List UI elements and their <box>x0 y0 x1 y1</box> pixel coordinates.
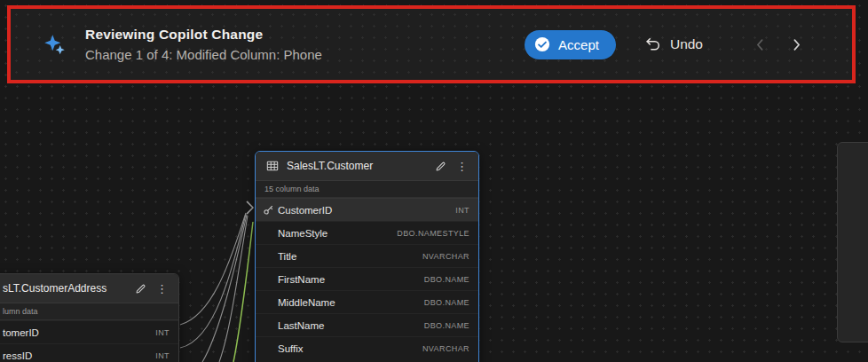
banner-subtitle: Change 1 of 4: Modified Column: Phone <box>85 47 322 62</box>
table-rows: tomerIDINTressIDINT <box>0 320 178 362</box>
pencil-icon <box>435 161 446 172</box>
next-change-button[interactable] <box>787 35 806 54</box>
column-name: NameStyle <box>278 228 397 239</box>
column-name: FirstName <box>278 274 424 285</box>
column-name: Suffix <box>278 343 422 354</box>
column-row[interactable]: tomerIDINT <box>0 320 178 343</box>
column-name: CustomerID <box>278 205 455 216</box>
column-type: NVARCHAR <box>422 344 470 353</box>
diagram-canvas[interactable]: Reviewing Copilot Change Change 1 of 4: … <box>0 0 868 362</box>
column-name: LastName <box>278 320 424 331</box>
undo-icon <box>644 35 662 53</box>
table-icon <box>264 160 280 172</box>
column-row[interactable]: TitleNVARCHAR <box>256 244 478 267</box>
column-type: NVARCHAR <box>422 252 470 261</box>
column-type: INT <box>155 328 170 337</box>
table-menu-button[interactable]: ⋮ <box>454 161 470 172</box>
accept-button[interactable]: Accept <box>525 30 616 59</box>
pencil-icon <box>135 283 146 295</box>
kebab-menu-icon: ⋮ <box>156 283 168 295</box>
chevron-left-icon <box>753 37 768 52</box>
column-type: DBO.NAME <box>424 275 470 284</box>
column-name: ressID <box>3 350 155 361</box>
column-row[interactable]: CustomerIDINT <box>256 198 478 221</box>
column-type: DBO.NAME <box>424 298 470 307</box>
column-row[interactable]: ressIDINT <box>0 343 178 362</box>
table-meta: 15 column data <box>256 180 478 198</box>
undo-button-label: Undo <box>670 36 703 52</box>
column-name: Title <box>278 251 422 262</box>
table-menu-button[interactable]: ⋮ <box>154 283 170 295</box>
column-row[interactable]: LastNameDBO.NAME <box>256 313 478 336</box>
edit-table-button[interactable] <box>433 161 448 172</box>
column-row[interactable]: MiddleNameDBO.NAME <box>256 290 478 313</box>
kebab-menu-icon: ⋮ <box>456 161 468 172</box>
column-type: DBO.NAMESTYLE <box>397 229 470 238</box>
column-row[interactable]: SuffixNVARCHAR <box>256 336 478 359</box>
relationship-edge[interactable] <box>219 216 248 362</box>
column-type: INT <box>155 351 170 360</box>
copilot-review-banner: Reviewing Copilot Change Change 1 of 4: … <box>7 5 856 83</box>
column-name: MiddleName <box>278 297 424 308</box>
table-rows: CustomerIDINTNameStyleDBO.NAMESTYLETitle… <box>256 198 478 359</box>
previous-change-button[interactable] <box>751 35 769 54</box>
relationship-edge[interactable] <box>180 214 246 348</box>
relationship-edge[interactable] <box>180 213 246 325</box>
table-card-customer[interactable]: SalesLT.Customer ⋮ 15 column data Custom… <box>255 151 479 362</box>
edit-table-button[interactable] <box>133 283 148 295</box>
column-row[interactable]: FirstNameDBO.NAME <box>256 267 478 290</box>
table-title: sLT.CustomerAddress <box>3 282 127 295</box>
table-card-header: sLT.CustomerAddress ⋮ <box>0 274 178 303</box>
chevron-right-icon <box>789 37 804 52</box>
table-card-header: SalesLT.Customer ⋮ <box>256 152 478 180</box>
accept-button-label: Accept <box>558 37 599 52</box>
undo-button[interactable]: Undo <box>639 35 708 54</box>
table-meta: lumn data <box>0 303 178 320</box>
check-circle-icon <box>534 36 550 52</box>
primary-key-icon <box>263 204 278 216</box>
table-card-customer-address[interactable]: sLT.CustomerAddress ⋮ lumn data tomerIDI… <box>0 273 179 362</box>
edge-arrowhead-icon <box>247 201 253 214</box>
banner-actions: Accept Undo <box>525 30 806 59</box>
table-title: SalesLT.Customer <box>287 160 427 172</box>
copilot-sparkle-icon <box>43 33 67 57</box>
banner-title: Reviewing Copilot Change <box>85 27 322 43</box>
banner-text: Reviewing Copilot Change Change 1 of 4: … <box>85 27 322 62</box>
column-row[interactable]: NameStyleDBO.NAMESTYLE <box>256 221 478 244</box>
column-type: DBO.NAME <box>424 321 470 330</box>
column-name: tomerID <box>3 327 155 338</box>
column-type: INT <box>455 206 470 215</box>
table-card-partial[interactable] <box>837 142 868 342</box>
